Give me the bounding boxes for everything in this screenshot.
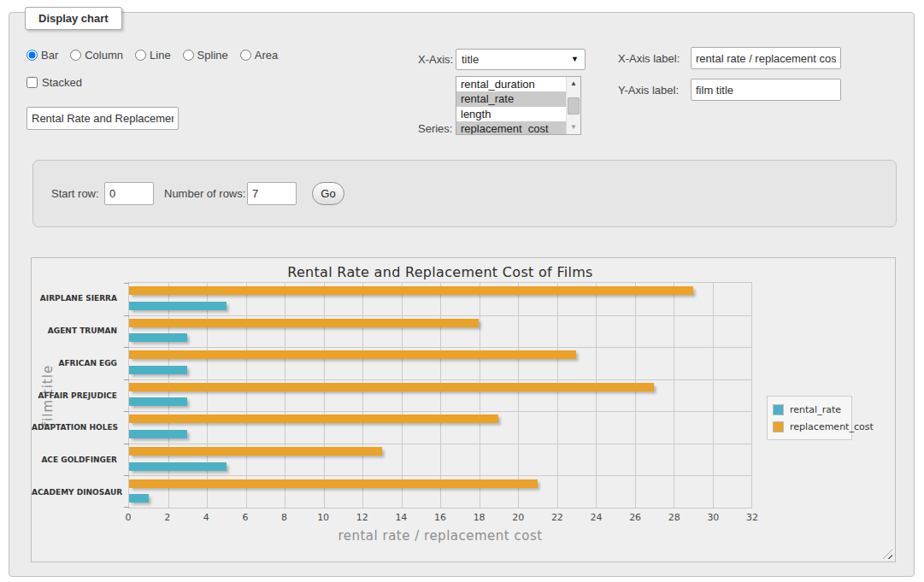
x-axis-select[interactable]: title ▼ bbox=[456, 49, 586, 70]
x-tick-label: 0 bbox=[126, 512, 132, 523]
x-tick-label: 16 bbox=[434, 512, 446, 523]
chart-x-axis-label: rental rate / replacement cost bbox=[128, 528, 752, 544]
legend-label: replacement_cost bbox=[790, 421, 874, 432]
series-option-length[interactable]: length bbox=[456, 107, 566, 121]
series-option-rental_rate[interactable]: rental_rate bbox=[456, 91, 566, 106]
bar-group bbox=[129, 347, 751, 379]
x-tick-label: 10 bbox=[317, 512, 329, 523]
x-tick-label: 18 bbox=[474, 512, 486, 523]
chart-legend: rental_ratereplacement_cost bbox=[767, 396, 852, 440]
bar-replacement_cost bbox=[129, 479, 538, 488]
category-axis: AIRPLANE SIERRAAGENT TRUMANAFRICAN EGGAF… bbox=[32, 282, 124, 509]
bar-replacement_cost bbox=[129, 447, 382, 456]
number-of-rows-input[interactable] bbox=[247, 182, 297, 205]
bar-group bbox=[129, 411, 751, 444]
x-axis-label-input[interactable] bbox=[691, 47, 841, 69]
radio-column[interactable] bbox=[70, 50, 81, 61]
chart-type-radio-area[interactable]: Area bbox=[240, 49, 278, 62]
category-label: ACADEMY DINOSAUR bbox=[32, 488, 117, 497]
category-label: AIRPLANE SIERRA bbox=[32, 294, 117, 303]
x-axis-label-label: X-Axis label: bbox=[618, 52, 680, 65]
scroll-down-icon[interactable]: ▼ bbox=[567, 121, 580, 134]
bar-replacement_cost bbox=[129, 286, 693, 295]
x-tick-label: 32 bbox=[746, 512, 758, 523]
chart-type-radio-group: BarColumnLineSplineArea bbox=[26, 49, 290, 63]
series-select-label: Series: bbox=[418, 122, 452, 135]
radio-label: Spline bbox=[197, 49, 228, 62]
start-row-input[interactable] bbox=[104, 182, 154, 205]
bar-group bbox=[129, 379, 751, 412]
display-chart-fieldset: Display chart BarColumnLineSplineArea St… bbox=[9, 12, 915, 577]
bar-rental_rate bbox=[129, 397, 187, 406]
bar-rental_rate bbox=[129, 302, 227, 310]
x-tick-label: 26 bbox=[629, 512, 641, 523]
chart-type-radio-column[interactable]: Column bbox=[70, 49, 123, 62]
x-tick-label: 12 bbox=[356, 512, 368, 523]
bar-group bbox=[129, 315, 751, 348]
category-label: AFFAIR PREJUDICE bbox=[32, 391, 117, 400]
stacked-checkbox[interactable] bbox=[26, 77, 38, 88]
bar-rental_rate bbox=[129, 462, 227, 471]
legend-label: rental_rate bbox=[790, 404, 841, 415]
x-axis-selected-value: title bbox=[462, 53, 479, 66]
chart-type-radio-line[interactable]: Line bbox=[135, 49, 171, 62]
radio-line[interactable] bbox=[135, 50, 146, 61]
radio-label: Area bbox=[255, 49, 278, 62]
legend-swatch-icon bbox=[773, 404, 784, 415]
radio-label: Column bbox=[85, 49, 123, 62]
category-label: AGENT TRUMAN bbox=[32, 326, 117, 335]
bar-rental_rate bbox=[129, 430, 187, 438]
bar-group bbox=[129, 444, 751, 476]
scrollbar-thumb[interactable] bbox=[568, 97, 580, 115]
page: Display chart BarColumnLineSplineArea St… bbox=[0, 0, 924, 582]
category-label: ACE GOLDFINGER bbox=[32, 456, 117, 464]
x-tick-label: 6 bbox=[242, 512, 248, 523]
series-option-rental_duration[interactable]: rental_duration bbox=[456, 77, 566, 91]
category-label: AFRICAN EGG bbox=[32, 359, 117, 367]
chart-panel: Rental Rate and Replacement Cost of Film… bbox=[31, 257, 896, 562]
bar-replacement_cost bbox=[129, 350, 576, 359]
y-axis-label-input[interactable] bbox=[691, 79, 841, 101]
series-multiselect[interactable]: rental_durationrental_ratelengthreplacem… bbox=[456, 76, 581, 135]
bar-group bbox=[129, 475, 751, 508]
x-axis-select-label: X-Axis: bbox=[418, 53, 453, 66]
stacked-row: Stacked bbox=[26, 76, 82, 89]
legend-entry: rental_rate bbox=[773, 401, 846, 418]
x-tick-label: 8 bbox=[281, 512, 287, 523]
row-controls-panel: Start row: Number of rows: Go bbox=[32, 160, 897, 227]
series-scrollbar[interactable]: ▲ ▼ bbox=[566, 77, 580, 134]
category-label: ADAPTATION HOLES bbox=[32, 423, 117, 432]
radio-label: Line bbox=[150, 49, 171, 62]
plot-area bbox=[128, 282, 752, 509]
legend-entry: replacement_cost bbox=[773, 418, 846, 435]
dropdown-arrow-icon: ▼ bbox=[571, 50, 579, 69]
fieldset-title: Display chart bbox=[25, 7, 122, 30]
radio-spline[interactable] bbox=[183, 50, 194, 61]
x-tick-label: 28 bbox=[668, 512, 680, 523]
start-row-label: Start row: bbox=[51, 187, 99, 200]
x-tick-label: 22 bbox=[551, 512, 563, 523]
x-tick-label: 14 bbox=[395, 512, 407, 523]
series-options: rental_durationrental_ratelengthreplacem… bbox=[456, 77, 566, 134]
resize-grip-icon[interactable] bbox=[883, 550, 892, 559]
x-tick-label: 20 bbox=[512, 512, 524, 523]
series-option-replacement_cost[interactable]: replacement_cost bbox=[456, 121, 566, 135]
go-button[interactable]: Go bbox=[312, 182, 344, 205]
bar-replacement_cost bbox=[129, 319, 479, 327]
radio-bar[interactable] bbox=[26, 50, 38, 61]
bar-rental_rate bbox=[129, 333, 187, 342]
radio-label: Bar bbox=[41, 49, 58, 62]
y-axis-label-label: Y-Axis label: bbox=[618, 84, 679, 97]
x-axis-ticks: 02468101214161820222426283032 bbox=[128, 512, 752, 524]
scroll-up-icon[interactable]: ▲ bbox=[567, 77, 580, 91]
chart-title: Rental Rate and Replacement Cost of Film… bbox=[128, 264, 752, 280]
bar-group bbox=[129, 283, 751, 315]
chart-title-input[interactable] bbox=[26, 107, 179, 130]
chart-type-radio-bar[interactable]: Bar bbox=[26, 49, 58, 62]
bar-rental_rate bbox=[129, 366, 187, 374]
chart-type-radio-spline[interactable]: Spline bbox=[183, 49, 228, 62]
x-tick-label: 2 bbox=[164, 512, 170, 523]
x-tick-label: 30 bbox=[707, 512, 719, 523]
bar-replacement_cost bbox=[129, 383, 654, 391]
radio-area[interactable] bbox=[240, 50, 251, 61]
